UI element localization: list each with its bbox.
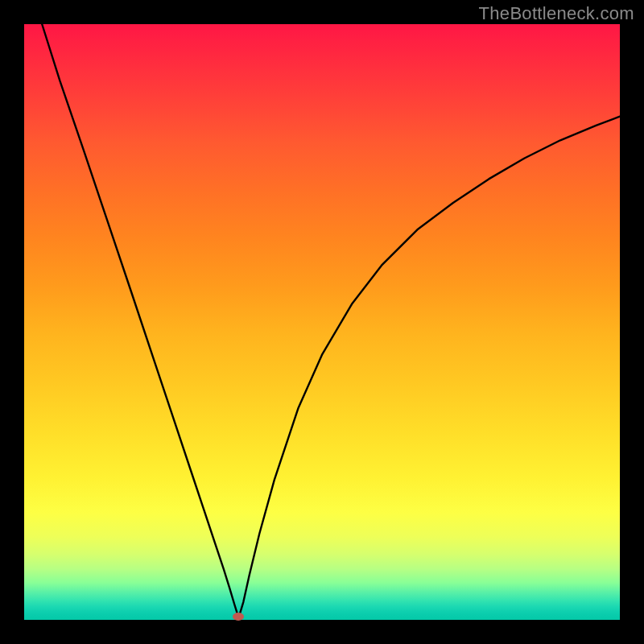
curve-svg: [24, 24, 620, 620]
plot-area: [24, 24, 620, 620]
minimum-marker: [233, 613, 244, 621]
left-branch-line: [42, 24, 237, 614]
right-branch-line: [240, 117, 620, 614]
watermark-text: TheBottleneck.com: [479, 3, 634, 24]
chart-frame: TheBottleneck.com: [0, 0, 644, 644]
